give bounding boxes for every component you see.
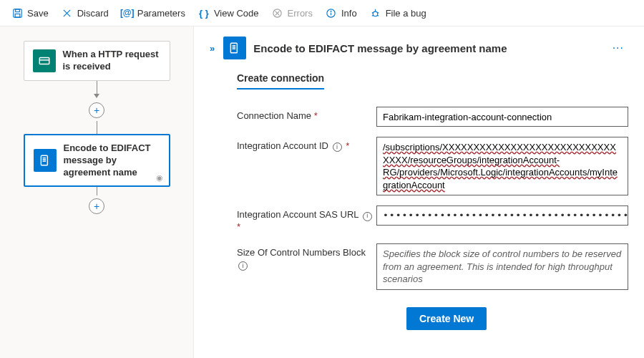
tab-create-connection[interactable]: Create connection (237, 72, 324, 90)
main-area: When a HTTP request is received + Encode… (0, 26, 644, 358)
bug-icon (370, 7, 381, 19)
collapse-button[interactable]: » (207, 40, 216, 57)
info-icon[interactable]: i (238, 261, 248, 271)
view-code-button[interactable]: { } View Code (192, 4, 265, 21)
save-button[interactable]: Save (6, 4, 54, 21)
label-block-size: Size Of Control Numbers Block i (237, 243, 376, 271)
discard-icon (62, 7, 73, 19)
label-connection-name: Connection Name * (237, 107, 376, 122)
row-block-size: Size Of Control Numbers Block i Specifie… (237, 243, 628, 290)
svg-rect-2 (15, 14, 20, 17)
svg-point-11 (373, 11, 378, 16)
errors-button: Errors (266, 4, 318, 21)
view-code-label: View Code (214, 8, 259, 19)
info-icon (326, 7, 337, 19)
error-icon (272, 7, 283, 19)
info-icon[interactable]: i (363, 212, 372, 221)
parameters-label: Parameters (137, 8, 185, 19)
svg-rect-19 (41, 155, 47, 165)
svg-rect-17 (39, 57, 49, 64)
svg-point-9 (331, 11, 331, 11)
parameters-icon: [@] (122, 7, 133, 19)
action-node[interactable]: Encode to EDIFACT message by agreement n… (24, 134, 170, 188)
peek-icon: ◉ (156, 173, 163, 183)
info-label: Info (341, 8, 357, 19)
svg-line-15 (372, 15, 374, 16)
add-step-button[interactable]: + (89, 198, 104, 214)
svg-rect-1 (15, 9, 19, 11)
trigger-node[interactable]: When a HTTP request is received (24, 41, 170, 81)
row-connection-name: Connection Name * (237, 107, 628, 127)
connector-end: + (89, 187, 104, 217)
edifact-icon (34, 149, 57, 172)
parameters-button[interactable]: [@] Parameters (116, 4, 191, 21)
integration-account-id-input[interactable] (376, 137, 628, 195)
discard-button[interactable]: Discard (56, 4, 114, 21)
action-title: Encode to EDIFACT message by agreement n… (64, 142, 160, 179)
label-sas-url: Integration Account SAS URL i* (237, 205, 376, 233)
svg-line-16 (377, 15, 379, 16)
http-request-icon (33, 49, 56, 72)
block-size-input[interactable]: Specifies the block size of control numb… (376, 243, 628, 290)
designer-canvas: When a HTTP request is received + Encode… (0, 26, 193, 358)
discard-label: Discard (77, 8, 109, 19)
row-integration-account-id: Integration Account ID i * (237, 137, 628, 195)
insert-step-button[interactable]: + (89, 102, 104, 118)
save-label: Save (27, 8, 49, 19)
file-bug-button[interactable]: File a bug (364, 4, 432, 21)
row-sas-url: Integration Account SAS URL i* •••••••••… (237, 205, 628, 233)
svg-rect-23 (231, 43, 238, 53)
braces-icon: { } (198, 7, 210, 19)
file-bug-label: File a bug (386, 8, 426, 19)
info-icon[interactable]: i (333, 142, 342, 152)
info-button[interactable]: Info (320, 4, 363, 21)
create-new-button[interactable]: Create New (406, 307, 487, 330)
save-icon (11, 7, 23, 19)
errors-label: Errors (288, 8, 313, 19)
connection-name-input[interactable] (376, 107, 628, 127)
panel-more-button[interactable]: ··· (608, 39, 628, 57)
panel-edifact-icon (223, 37, 246, 59)
command-bar: Save Discard [@] Parameters { } View Cod… (0, 0, 644, 26)
label-integration-account-id: Integration Account ID i * (237, 137, 376, 153)
connector: + (89, 81, 104, 134)
properties-panel: » Encode to EDIFACT message by agreement… (193, 26, 644, 358)
sas-url-input[interactable]: ••••••••••••••••••••••••••••••••••••••••… (376, 205, 628, 226)
panel-header: » Encode to EDIFACT message by agreement… (207, 37, 628, 59)
connection-form: Connection Name * Integration Account ID… (237, 107, 628, 330)
trigger-title: When a HTTP request is received (63, 49, 161, 73)
svg-rect-0 (13, 9, 21, 16)
panel-title: Encode to EDIFACT message by agreement n… (253, 42, 600, 54)
